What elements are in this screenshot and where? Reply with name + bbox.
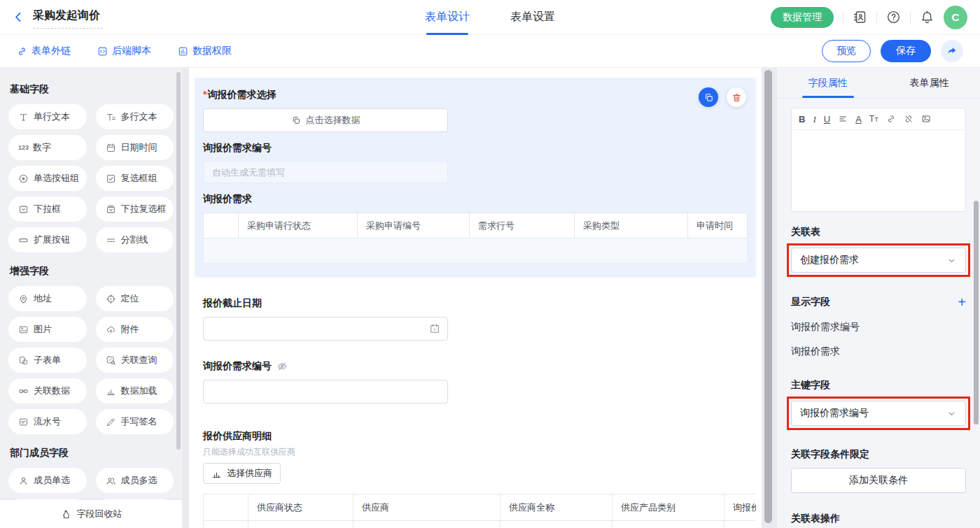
field-pill-label: 单行文本	[34, 110, 70, 123]
field-recycle-bin[interactable]: 字段回收站	[0, 500, 182, 528]
field-pill-subform[interactable]: 子表单	[8, 348, 87, 373]
bold-button[interactable]: B	[799, 115, 805, 124]
field-pill-address[interactable]: 地址	[8, 286, 87, 311]
field-pill-signature[interactable]: 手写签名	[96, 409, 174, 434]
font-color-button[interactable]: A	[855, 115, 862, 124]
supplier-detail-field[interactable]: 报价供应商明细 只能选择成功互联供应商 选择供应商	[195, 430, 756, 484]
demand-table-empty-row	[204, 238, 748, 264]
field-pill-serial-number[interactable]: 流水号	[8, 409, 87, 434]
preview-button[interactable]: 预览	[822, 40, 871, 62]
related-table-select[interactable]: 创建报价需求	[791, 248, 966, 273]
primary-key-value: 询报价需求编号	[800, 407, 869, 420]
italic-button[interactable]: I	[813, 115, 816, 124]
field-pill-datetime[interactable]: 日期时间	[96, 135, 174, 160]
contacts-icon[interactable]	[853, 10, 867, 24]
pick-supplier-button[interactable]: 选择供应商	[203, 463, 281, 484]
help-icon[interactable]	[886, 10, 901, 24]
field-pill-data-load[interactable]: 数据加载	[96, 378, 174, 404]
field-pill-multi-line-text[interactable]: 多行文本	[96, 104, 174, 129]
field-pill-label: 关联查询	[121, 354, 158, 366]
field-pill-checkbox-group[interactable]: 复选框组	[96, 166, 174, 191]
display-field-item[interactable]: 询报价需求编号	[791, 321, 966, 334]
field-pill-image[interactable]: 图片	[8, 317, 87, 342]
text-input[interactable]	[203, 380, 448, 404]
date-field[interactable]: 报价截止日期	[195, 297, 756, 341]
tab-form-properties[interactable]: 表单属性	[878, 68, 980, 98]
insert-image-icon[interactable]	[921, 114, 931, 124]
field-pill-divider[interactable]: 分割线	[96, 227, 174, 252]
field-pill-location[interactable]: 定位	[96, 286, 174, 311]
text-input-field[interactable]	[211, 387, 440, 397]
font-size-button[interactable]: TT	[869, 115, 878, 123]
chevron-down-icon	[946, 408, 957, 419]
remove-link-icon[interactable]	[904, 114, 913, 124]
select-data-label: 点击选择数据	[306, 114, 360, 127]
demand-table-header-empty	[204, 213, 239, 238]
share-button[interactable]	[941, 40, 963, 62]
eye-off-icon[interactable]	[276, 361, 288, 372]
page-title[interactable]: 采购发起询价	[33, 6, 103, 29]
primary-key-select[interactable]: 询报价需求编号	[791, 401, 966, 426]
demand-table-header: 采购申请行状态	[239, 213, 358, 238]
field-pill-label: 定位	[121, 292, 139, 305]
data-manage-button[interactable]: 数据管理	[771, 7, 834, 28]
supplier-table-header: 供应商	[354, 494, 500, 521]
permission-icon	[178, 46, 188, 57]
field-label-row: 询报价需求编号	[203, 360, 748, 373]
field-pill-member-single[interactable]: 成员单选	[8, 468, 87, 493]
condition-label: 关联字段条件限定	[791, 448, 966, 461]
delete-field-button[interactable]	[727, 87, 746, 107]
align-icon[interactable]	[838, 114, 848, 124]
field-pill-label: 日期时间	[121, 141, 158, 154]
description-textarea[interactable]	[792, 130, 965, 211]
required-mark: *	[203, 89, 206, 100]
demand-table-header-row: 采购申请行状态 采购申请编号 需求行号 采购类型 申请时间	[204, 213, 748, 238]
form-external-link[interactable]: 表单外链	[17, 45, 71, 57]
tab-field-properties[interactable]: 字段属性	[777, 68, 878, 98]
supplier-table-header: 供应商状态	[248, 494, 354, 521]
field-actions	[699, 87, 746, 107]
field-pill-multi-select[interactable]: 下拉复选框	[96, 197, 174, 222]
backend-script-link[interactable]: 后端脚本	[97, 45, 151, 57]
field-pill-radio-group[interactable]: 单选按钮组	[8, 166, 87, 191]
field-pill-number[interactable]: 123数字	[8, 135, 87, 160]
duplicate-field-button[interactable]	[699, 87, 718, 107]
hidden-number-field[interactable]: 询报价需求编号	[195, 360, 756, 404]
field-pill-single-line-text[interactable]: 单行文本	[8, 104, 87, 129]
location-icon	[106, 294, 116, 304]
field-pill-attachment[interactable]: 附件	[96, 317, 174, 342]
selected-field-block[interactable]: *询报价需求选择 点击选择数据 询报价需求编号 询报价需求	[195, 78, 756, 278]
select-data-button[interactable]: 点击选择数据	[203, 108, 448, 132]
canvas-scrollbar[interactable]	[764, 70, 772, 523]
supplier-table-wrap: 供应商状态 供应商 供应商全称 供应产品类别 询报价 1	[195, 494, 756, 528]
tab-form-settings[interactable]: 表单设置	[510, 0, 555, 35]
sidebar-scrollbar[interactable]	[176, 72, 181, 450]
save-button[interactable]: 保存	[881, 40, 931, 62]
field-pill-linked-data[interactable]: 关联数据	[8, 378, 87, 404]
field-pill-label: 多行文本	[121, 110, 158, 123]
add-display-field-icon[interactable]: +	[958, 295, 966, 309]
notification-bell-icon[interactable]	[920, 10, 934, 24]
field-pill-extend-button[interactable]: 扩展按钮	[8, 227, 87, 252]
add-condition-button[interactable]: 添加关联条件	[791, 468, 966, 493]
panel-scrollbar[interactable]	[974, 201, 979, 424]
display-field-item[interactable]: 询报价需求	[791, 345, 966, 358]
field-pill-label: 流水号	[34, 415, 61, 428]
field-label: 询报价需求编号	[203, 142, 748, 155]
field-pill-member-multi[interactable]: 成员多选	[96, 468, 174, 493]
calendar-icon[interactable]	[429, 323, 440, 334]
insert-link-icon[interactable]	[886, 114, 896, 124]
supplier-helper-text: 只能选择成功互联供应商	[203, 446, 748, 458]
date-input[interactable]	[203, 317, 448, 341]
editor-toolbar: B I U A TT	[792, 108, 965, 130]
field-pill-linked-query[interactable]: 关联查询	[96, 348, 174, 373]
back-icon[interactable]	[13, 11, 24, 23]
data-permission-link[interactable]: 数据权限	[178, 45, 232, 57]
underline-button[interactable]: U	[824, 115, 830, 124]
avatar[interactable]: C	[944, 6, 967, 29]
date-input-text[interactable]	[211, 324, 429, 334]
auto-number-input[interactable]	[203, 161, 448, 183]
field-pill-select[interactable]: 下拉框	[8, 197, 87, 222]
field-pill-label: 关联数据	[34, 385, 70, 397]
tab-form-design[interactable]: 表单设计	[425, 0, 470, 35]
